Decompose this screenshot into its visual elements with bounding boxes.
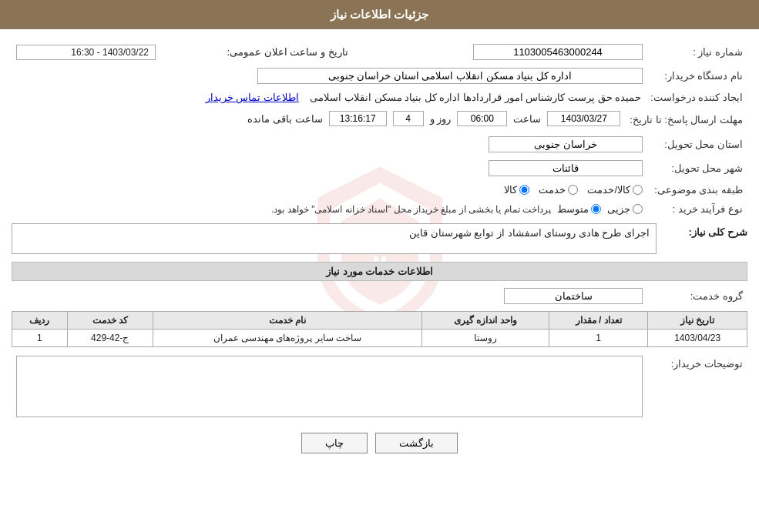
purchase-partial-label: جزیی	[607, 203, 630, 215]
city-label: شهر محل تحویل:	[647, 158, 747, 179]
purchase-label: نوع فرآیند خرید :	[647, 201, 747, 217]
category-goods-service-label: کالا/خدمت	[587, 184, 630, 196]
deadline-label: مهلت ارسال پاسخ: تا تاریخ:	[625, 109, 747, 131]
category-service-option[interactable]: خدمت	[539, 184, 578, 196]
deadline-days-input[interactable]	[393, 111, 424, 126]
deadline-remaining-label: ساعت باقی مانده	[247, 113, 322, 125]
page-title: جزئیات اطلاعات نیاز	[331, 8, 428, 21]
deadline-remaining-input[interactable]	[329, 111, 387, 126]
announcement-value: 1403/03/22 - 16:30	[16, 45, 156, 60]
category-label: طبقه بندی موضوعی:	[647, 182, 747, 198]
service-group-label: گروه خدمت:	[647, 286, 747, 306]
deadline-day-label: روز و	[430, 113, 452, 125]
buyer-description-textarea[interactable]	[16, 356, 643, 417]
buyer-label: نام دستگاه خریدار:	[647, 65, 747, 86]
category-goods-option[interactable]: کالا	[504, 184, 529, 196]
announcement-label: تاریخ و ساعت اعلان عمومی:	[160, 42, 353, 62]
service-group-input[interactable]	[504, 288, 643, 304]
cell-service-code: ج-42-429	[67, 330, 153, 347]
description-value: اجرای طرح هادی روستای اسفشاد از توابع شه…	[12, 223, 657, 254]
contact-link[interactable]: اطلاعات تماس خریدار	[206, 92, 299, 103]
print-button[interactable]: چاپ	[301, 433, 368, 453]
cell-quantity: 1	[549, 330, 648, 347]
deadline-time-input[interactable]	[457, 111, 507, 126]
province-label: استان محل تحویل:	[647, 134, 747, 155]
back-button[interactable]: بازگشت	[375, 433, 458, 453]
services-section-title: اطلاعات خدمات مورد نیاز	[12, 262, 747, 281]
province-input[interactable]	[489, 136, 643, 152]
cell-service-name: ساخت سایر پروژه‌های مهندسی عمران	[153, 330, 421, 347]
col-row-num: ردیف	[12, 312, 68, 330]
purchase-note: پرداخت تمام یا بخشی از مبلغ خریداز محل "…	[271, 204, 551, 215]
creator-label: ایجاد کننده درخواست:	[646, 89, 747, 105]
deadline-date-input[interactable]	[547, 111, 620, 126]
category-service-label: خدمت	[539, 184, 566, 196]
purchase-partial-option[interactable]: جزیی	[607, 203, 643, 215]
page-header: جزئیات اطلاعات نیاز	[0, 0, 759, 29]
need-number-input[interactable]	[473, 44, 643, 60]
cell-row-num: 1	[12, 330, 68, 347]
col-need-date: تاریخ نیاز	[648, 312, 747, 330]
col-service-code: کد خدمت	[67, 312, 153, 330]
need-number-label: شماره نیاز :	[647, 42, 747, 62]
creator-value: حمیده حق پرست کارشناس امور قراردادها ادا…	[310, 92, 641, 103]
table-row: 1403/04/23 1 روستا ساخت سایر پروژه‌های م…	[12, 330, 747, 347]
purchase-medium-label: متوسط	[557, 203, 589, 215]
city-input[interactable]	[489, 160, 643, 176]
deadline-time-label: ساعت	[513, 113, 541, 125]
buyer-input[interactable]	[257, 68, 643, 84]
cell-unit: روستا	[422, 330, 549, 347]
purchase-medium-option[interactable]: متوسط	[557, 203, 601, 215]
buyer-description-label: توضیحات خریدار:	[647, 353, 747, 422]
category-goods-service-option[interactable]: کالا/خدمت	[587, 184, 643, 196]
col-quantity: تعداد / مقدار	[549, 312, 648, 330]
cell-need-date: 1403/04/23	[648, 330, 747, 347]
category-goods-label: کالا	[504, 184, 517, 196]
col-service-name: نام خدمت	[153, 312, 421, 330]
col-unit: واحد اندازه گیری	[422, 312, 549, 330]
description-section-label: شرح کلی نیاز:	[663, 223, 747, 238]
